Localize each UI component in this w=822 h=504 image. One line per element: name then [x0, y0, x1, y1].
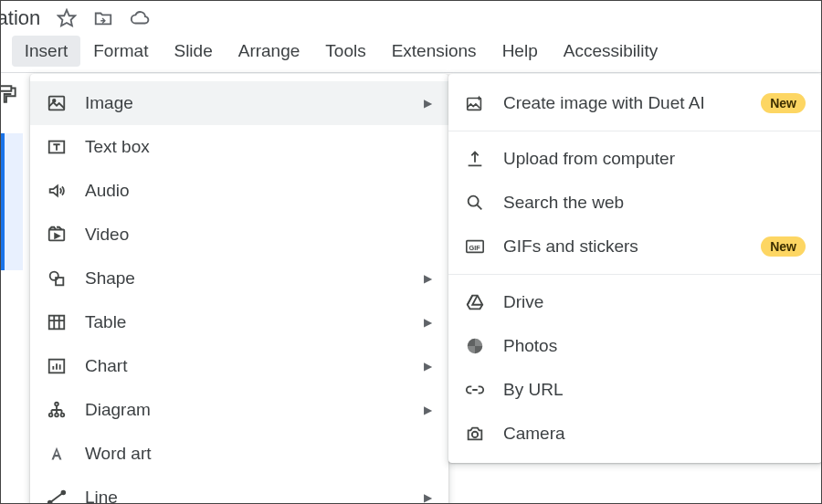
image-upload-label: Upload from computer [503, 149, 806, 169]
chevron-right-icon: ▶ [424, 97, 432, 110]
textbox-icon [47, 137, 67, 157]
image-camera-label: Camera [503, 424, 806, 444]
link-icon [465, 380, 485, 400]
table-icon [47, 312, 67, 332]
menu-insert[interactable]: Insert [12, 36, 81, 67]
insert-audio[interactable]: Audio [30, 169, 448, 213]
menu-arrange[interactable]: Arrange [226, 36, 313, 67]
move-folder-icon[interactable] [93, 8, 113, 28]
chevron-right-icon: ▶ [424, 272, 432, 285]
menu-slide[interactable]: Slide [161, 36, 225, 67]
video-icon [47, 225, 67, 245]
menu-tools[interactable]: Tools [312, 36, 378, 67]
submenu-separator [448, 131, 822, 131]
photos-icon [465, 336, 485, 356]
svg-marker-0 [58, 10, 75, 26]
image-search-label: Search the web [503, 193, 806, 213]
insert-video[interactable]: Video [30, 213, 448, 257]
search-icon [465, 193, 485, 213]
slide-thumbnails[interactable] [1, 133, 23, 270]
svg-point-9 [55, 403, 58, 406]
image-drive-label: Drive [503, 292, 806, 312]
insert-textbox[interactable]: Text box [30, 125, 448, 169]
svg-rect-7 [49, 316, 65, 330]
menu-format[interactable]: Format [80, 36, 161, 67]
drive-icon [465, 292, 485, 312]
shape-icon [47, 268, 67, 289]
insert-diagram[interactable]: Diagram ▶ [30, 388, 448, 432]
star-icon[interactable] [57, 8, 77, 28]
menu-accessibility[interactable]: Accessibility [551, 36, 670, 67]
camera-icon [465, 424, 485, 444]
image-submenu: Create image with Duet AI New Upload fro… [448, 74, 822, 463]
insert-image-label: Image [85, 93, 133, 113]
insert-chart[interactable]: Chart ▶ [30, 344, 448, 388]
svg-point-19 [472, 432, 478, 437]
image-camera[interactable]: Camera [448, 412, 822, 456]
chevron-right-icon: ▶ [424, 404, 432, 416]
chevron-right-icon: ▶ [424, 491, 432, 504]
svg-point-2 [53, 100, 56, 102]
image-byurl-label: By URL [503, 380, 806, 400]
svg-point-5 [50, 272, 58, 280]
insert-video-label: Video [85, 225, 129, 245]
insert-diagram-label: Diagram [85, 400, 151, 420]
insert-audio-label: Audio [85, 181, 130, 201]
svg-point-11 [55, 414, 58, 417]
chevron-right-icon: ▶ [424, 316, 432, 329]
svg-text:GIF: GIF [469, 244, 481, 252]
insert-shape-label: Shape [85, 268, 135, 289]
upload-icon [465, 149, 485, 169]
insert-wordart[interactable]: Word art [30, 432, 448, 476]
image-duet-ai[interactable]: Create image with Duet AI New [448, 81, 822, 125]
wordart-icon [47, 444, 67, 464]
menu-help[interactable]: Help [490, 36, 551, 67]
line-icon [47, 488, 67, 504]
svg-point-12 [61, 414, 65, 417]
insert-table-label: Table [85, 312, 126, 332]
insert-line-label: Line [85, 488, 118, 504]
image-photos-label: Photos [503, 336, 806, 356]
diagram-icon [47, 400, 67, 420]
insert-line[interactable]: Line ▶ [30, 476, 448, 504]
svg-point-16 [469, 196, 479, 206]
submenu-separator [448, 274, 822, 275]
image-gifs[interactable]: GIF GIFs and stickers New [448, 225, 822, 268]
insert-image[interactable]: Image ▶ [30, 81, 448, 125]
image-gifs-label: GIFs and stickers [503, 236, 743, 257]
image-drive[interactable]: Drive [448, 280, 822, 324]
image-search-web[interactable]: Search the web [448, 181, 822, 225]
insert-wordart-label: Word art [85, 444, 152, 464]
sparkle-image-icon [465, 93, 485, 113]
doc-title[interactable]: sentation [0, 6, 40, 30]
insert-chart-label: Chart [85, 356, 127, 376]
titlebar: sentation [0, 1, 821, 34]
new-badge: New [761, 236, 806, 257]
insert-dropdown: Image ▶ Text box Audio Video Shape ▶ Tab… [30, 74, 448, 504]
insert-table[interactable]: Table ▶ [30, 300, 448, 344]
image-byurl[interactable]: By URL [448, 368, 822, 412]
image-duet-label: Create image with Duet AI [503, 93, 743, 113]
svg-point-14 [62, 491, 66, 495]
paint-format-icon[interactable] [0, 82, 21, 108]
chart-icon [47, 356, 67, 376]
svg-point-10 [49, 414, 53, 417]
image-upload[interactable]: Upload from computer [448, 137, 822, 181]
insert-textbox-label: Text box [85, 137, 150, 157]
slide-thumb-selected[interactable] [1, 133, 23, 270]
chevron-right-icon: ▶ [424, 360, 432, 373]
audio-icon [47, 181, 67, 201]
gif-icon: GIF [465, 236, 485, 257]
insert-shape[interactable]: Shape ▶ [30, 257, 448, 300]
new-badge: New [761, 93, 806, 113]
menu-extensions[interactable]: Extensions [379, 36, 490, 67]
image-icon [47, 93, 67, 113]
menubar: w Insert Format Slide Arrange Tools Exte… [0, 34, 821, 72]
image-photos[interactable]: Photos [448, 324, 822, 368]
menu-view[interactable]: w [0, 36, 12, 67]
cloud-status-icon[interactable] [130, 8, 150, 28]
